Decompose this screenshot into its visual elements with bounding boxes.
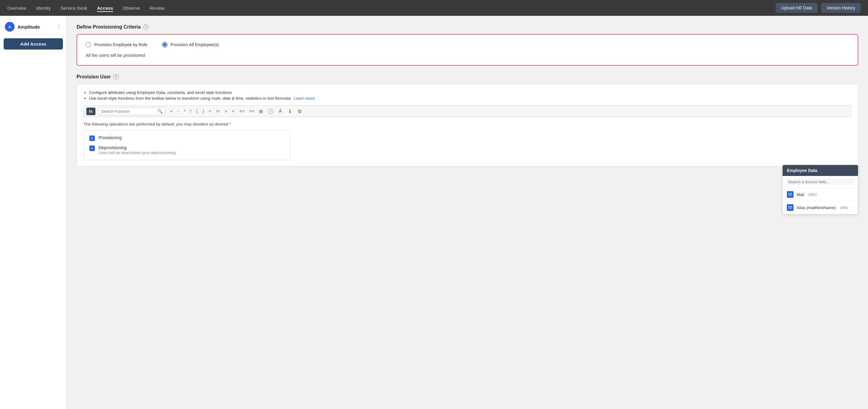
define-criteria-title: Define Provisioning Criteria ? (76, 24, 858, 30)
deprovisioning-checkbox[interactable] (89, 146, 95, 151)
mail-item-icon (787, 191, 794, 198)
formula-toolbar: fx 🔍 + - * / ( ) = != > < <= >= (84, 105, 851, 117)
op-plus[interactable]: + (169, 108, 174, 114)
text-icon[interactable]: A (276, 107, 284, 116)
criteria-note: All the users will be provisioned (86, 53, 849, 58)
radio-all-employees-indicator (162, 42, 167, 48)
mail-icon-svg (788, 193, 792, 196)
provisioning-checkbox-row: Provisioning (89, 135, 284, 141)
settings-icon[interactable]: ⚙ (296, 107, 304, 116)
main-content: Define Provisioning Criteria ? Provision… (67, 16, 868, 409)
provision-user-title: Provision User ? (76, 74, 858, 80)
version-history-button[interactable]: Version History (821, 3, 861, 13)
nav-identity[interactable]: Identity (36, 4, 51, 12)
provisioning-checkbox[interactable] (89, 135, 95, 141)
bullet-2: Use excel-style functions from the toolb… (89, 96, 851, 101)
alias-icon-svg (788, 206, 792, 209)
op-minus[interactable]: - (176, 108, 180, 114)
fx-icon: fx (86, 107, 95, 115)
info-icon[interactable]: ℹ (286, 107, 294, 116)
grid-icon[interactable]: ⊞ (256, 107, 265, 116)
radio-by-role-indicator (86, 42, 91, 48)
deprovisioning-checkbox-row: Deprovisioning Users will be deactivated… (89, 145, 284, 155)
deprovisioning-label-group: Deprovisioning Users will be deactivated… (98, 145, 177, 155)
radio-all-employees-label: Provision All Employee(s) (170, 42, 219, 47)
provision-bullets: Configure attributes using Employee Data… (84, 90, 851, 101)
mail-item-type: (abc) (808, 192, 817, 197)
sidebar-brand: A Amplitude (5, 22, 40, 32)
radio-by-role-label: Provision Employee by Role (94, 42, 147, 47)
clock-icon[interactable]: 🕐 (266, 107, 275, 116)
mail-item-name: Mail (797, 192, 804, 197)
nav-review[interactable]: Review (150, 4, 165, 12)
employee-data-header: Employee Data (783, 165, 858, 176)
upload-hr-data-button[interactable]: Upload HR Data (776, 3, 817, 13)
op-divide[interactable]: / (189, 108, 193, 114)
search-icon: 🔍 (157, 109, 163, 114)
deprovisioning-sub-label: Users will be deactivated upon deprovisi… (98, 151, 177, 155)
employee-data-item-mail: Mail (abc) (783, 188, 858, 201)
search-function-input[interactable] (101, 109, 156, 114)
radio-by-role[interactable]: Provision Employee by Role (86, 42, 147, 48)
brand-icon: A (5, 22, 14, 32)
op-greater-equal[interactable]: >= (248, 108, 255, 114)
alias-item-type: (abc) (840, 206, 848, 210)
top-nav-actions: Upload HR Data Version History (776, 3, 861, 13)
sidebar: A Amplitude ⋮ Add Access (0, 16, 67, 409)
op-less-equal[interactable]: <= (238, 108, 246, 114)
deprovisioning-label: Deprovisioning (98, 145, 177, 150)
op-greater[interactable]: > (223, 108, 228, 114)
op-multiply[interactable]: * (182, 108, 186, 114)
operations-box: Provisioning Deprovisioning Users will b… (84, 130, 290, 160)
radio-options-row: Provision Employee by Role Provision All… (86, 42, 849, 48)
employee-data-item-alias: Alias (mailNickName) (abc) (783, 201, 858, 214)
employee-data-search-input[interactable] (786, 178, 854, 185)
op-open-paren[interactable]: ( (195, 108, 199, 114)
alias-item-name: Alias (mailNickName) (797, 206, 836, 210)
nav-overview[interactable]: Overview (7, 4, 26, 12)
op-equals[interactable]: = (208, 108, 212, 114)
define-criteria-help-icon[interactable]: ? (143, 24, 149, 30)
learn-more-link[interactable]: Learn more (294, 96, 315, 101)
op-not-equals[interactable]: != (215, 108, 221, 114)
operations-text: The following operations are performed b… (84, 122, 851, 126)
alias-item-icon (787, 204, 794, 211)
employee-data-panel: Employee Data Mail (abc) Alias (mailNick… (782, 165, 858, 215)
main-layout: A Amplitude ⋮ Add Access Define Provisio… (0, 16, 868, 409)
sidebar-header: A Amplitude ⋮ (4, 21, 63, 33)
provision-user-box: Configure attributes using Employee Data… (76, 84, 858, 166)
toolbar-operators: + - * / ( ) = != > < <= >= (169, 108, 256, 114)
op-less[interactable]: < (231, 108, 236, 114)
bullet-1: Configure attributes using Employee Data… (89, 90, 851, 95)
nav-access[interactable]: Access (97, 4, 113, 12)
nav-observe[interactable]: Observe (123, 4, 140, 12)
provision-user-help-icon[interactable]: ? (113, 74, 119, 80)
provisioning-criteria-box: Provision Employee by Role Provision All… (76, 34, 858, 66)
provisioning-label: Provisioning (98, 135, 122, 140)
top-navigation: Overview Identity Service Desk Access Ob… (0, 0, 868, 16)
search-function-wrapper: 🔍 (98, 107, 165, 115)
radio-all-employees[interactable]: Provision All Employee(s) (162, 42, 219, 48)
brand-name: Amplitude (18, 24, 40, 29)
nav-links: Overview Identity Service Desk Access Ob… (7, 4, 165, 12)
employee-data-search-wrapper (783, 176, 858, 188)
nav-service-desk[interactable]: Service Desk (60, 4, 87, 12)
more-options-icon[interactable]: ⋮ (56, 23, 62, 30)
op-close-paren[interactable]: ) (201, 108, 205, 114)
add-access-button[interactable]: Add Access (4, 38, 63, 50)
provisioning-label-group: Provisioning (98, 135, 122, 140)
